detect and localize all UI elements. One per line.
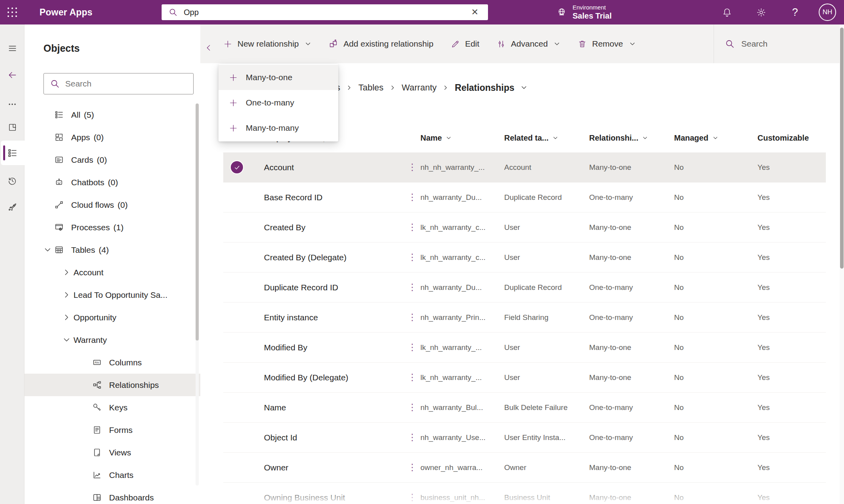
- avatar[interactable]: NH: [819, 4, 836, 21]
- check-icon: [231, 161, 243, 173]
- panel-collapse-button[interactable]: [204, 43, 213, 52]
- chevron-right-icon: [346, 85, 352, 91]
- breadcrumb-warranty[interactable]: Warranty: [402, 83, 437, 93]
- row-more-icon[interactable]: ⋮: [395, 253, 419, 262]
- clear-search-icon[interactable]: ✕: [469, 6, 481, 18]
- grid-search-box[interactable]: Search: [725, 24, 768, 63]
- chevron-down-icon[interactable]: [520, 84, 528, 91]
- table-row[interactable]: Modified By ⋮ lk_nh_warranty_... User Ma…: [223, 333, 826, 363]
- sidebar-item-opportunity[interactable]: Opportunity: [24, 306, 200, 329]
- cell-display-name: Duplicate Record ID: [253, 283, 395, 292]
- sidebar-item-tables[interactable]: Tables (4): [24, 239, 200, 261]
- sidebar-item-dashboards[interactable]: Dashboards: [24, 486, 200, 504]
- settings-button[interactable]: [750, 0, 772, 24]
- expand-chevron-icon[interactable]: [40, 246, 55, 254]
- help-button[interactable]: ?: [784, 0, 806, 24]
- table-row[interactable]: Created By ⋮ lk_nh_warranty_c... User Ma…: [223, 213, 826, 243]
- pages-rail-button[interactable]: [0, 116, 24, 138]
- back-button[interactable]: [0, 64, 24, 86]
- notifications-button[interactable]: [716, 0, 738, 24]
- table-row[interactable]: Account ⋮ nh_nh_warranty_... Account Man…: [223, 152, 826, 182]
- objects-search-box[interactable]: [43, 73, 194, 94]
- panel-scrollbar-thumb[interactable]: [196, 103, 199, 340]
- tree-item-label: Opportunity: [73, 313, 117, 322]
- page-scrollbar[interactable]: [840, 24, 844, 504]
- cell-relationship-type: Many-to-one: [588, 493, 673, 502]
- global-search-box[interactable]: ✕: [162, 4, 488, 20]
- advanced-sliders-icon: [497, 39, 506, 49]
- row-more-icon[interactable]: ⋮: [395, 433, 419, 442]
- row-more-icon[interactable]: ⋮: [395, 193, 419, 202]
- sidebar-item-apps[interactable]: Apps (0): [24, 126, 200, 149]
- sidebar-item-charts[interactable]: Charts: [24, 464, 200, 486]
- add-existing-relationship-button[interactable]: Add existing relationship: [329, 39, 433, 49]
- sidebar-item-lead-to-opportunity-sa[interactable]: Lead To Opportunity Sa...: [24, 284, 200, 306]
- sidebar-item-columns[interactable]: Abc Columns: [24, 351, 200, 374]
- expand-chevron-icon[interactable]: [59, 336, 73, 344]
- cell-customizable: Yes: [754, 373, 826, 382]
- row-more-icon[interactable]: ⋮: [395, 493, 419, 502]
- environment-picker[interactable]: Environment Sales Trial: [556, 0, 612, 24]
- table-row[interactable]: Duplicate Record ID ⋮ nh_warranty_Du... …: [223, 273, 826, 303]
- menu-item-many-to-one[interactable]: Many-to-one: [219, 65, 338, 90]
- cell-name: owner_nh_warra...: [419, 463, 503, 472]
- page-scrollbar-thumb[interactable]: [840, 28, 844, 269]
- cell-customizable: Yes: [754, 403, 826, 412]
- breadcrumb-tables[interactable]: Tables: [358, 83, 384, 93]
- objects-rail-button[interactable]: [0, 142, 24, 164]
- panel-scrollbar[interactable]: [196, 103, 199, 485]
- menu-item-one-to-many[interactable]: One-to-many: [219, 90, 338, 115]
- hamburger-menu-button[interactable]: [0, 37, 24, 59]
- table-row[interactable]: Object Id ⋮ nh_warranty_Use... User Enti…: [223, 423, 826, 453]
- sidebar-item-all[interactable]: All (5): [24, 103, 200, 126]
- column-header-related-table[interactable]: Related ta...: [503, 134, 588, 143]
- table-row[interactable]: Entity instance ⋮ nh_warranty_Prin... Fi…: [223, 303, 826, 333]
- sidebar-item-account[interactable]: Account: [24, 261, 200, 284]
- menu-item-many-to-many[interactable]: Many-to-many: [219, 115, 338, 141]
- row-checkbox[interactable]: [223, 161, 253, 173]
- table-row[interactable]: Owner ⋮ owner_nh_warra... Owner Many-to-…: [223, 453, 826, 483]
- sidebar-item-chatbots[interactable]: Chatbots (0): [24, 171, 200, 194]
- history-rail-button[interactable]: [0, 170, 24, 192]
- sidebar-item-cards[interactable]: Cards (0): [24, 149, 200, 171]
- column-header-relationship[interactable]: Relationshi...: [588, 134, 673, 143]
- waffle-menu-icon[interactable]: [0, 0, 24, 24]
- remove-button[interactable]: Remove: [578, 39, 635, 49]
- table-row[interactable]: Created By (Delegate) ⋮ lk_nh_warranty_c…: [223, 243, 826, 273]
- expand-chevron-icon[interactable]: [59, 269, 73, 276]
- breadcrumb-current[interactable]: Relationships: [455, 83, 514, 93]
- expand-chevron-icon[interactable]: [59, 314, 73, 321]
- row-more-icon[interactable]: ⋮: [395, 343, 419, 352]
- global-search-input[interactable]: [184, 8, 469, 17]
- sidebar-item-warranty[interactable]: Warranty: [24, 329, 200, 351]
- row-more-icon[interactable]: ⋮: [395, 403, 419, 412]
- column-header-name[interactable]: Name: [419, 134, 503, 143]
- expand-chevron-icon[interactable]: [59, 291, 73, 299]
- new-relationship-button[interactable]: New relationship: [223, 39, 311, 49]
- rocket-rail-button[interactable]: [0, 196, 24, 218]
- sidebar-item-forms[interactable]: Forms: [24, 419, 200, 441]
- row-more-icon[interactable]: ⋮: [395, 373, 419, 382]
- sidebar-item-views[interactable]: Views: [24, 441, 200, 464]
- table-row[interactable]: Name ⋮ nh_warranty_Bul... Bulk Delete Fa…: [223, 393, 826, 423]
- tree-item-label: Columns: [109, 358, 142, 367]
- table-row[interactable]: Modified By (Delegate) ⋮ lk_nh_warranty_…: [223, 363, 826, 393]
- row-more-icon[interactable]: ⋮: [395, 163, 419, 172]
- table-row[interactable]: Base Record ID ⋮ nh_warranty_Du... Dupli…: [223, 182, 826, 213]
- sidebar-item-processes[interactable]: Processes (1): [24, 216, 200, 239]
- apps-grid-icon: [55, 133, 71, 142]
- edit-button[interactable]: Edit: [451, 39, 479, 49]
- more-rail-button[interactable]: [0, 93, 24, 115]
- sidebar-item-keys[interactable]: Keys: [24, 396, 200, 419]
- advanced-button[interactable]: Advanced: [497, 39, 560, 49]
- row-more-icon[interactable]: ⋮: [395, 313, 419, 322]
- objects-search-input[interactable]: [65, 79, 187, 88]
- row-more-icon[interactable]: ⋮: [395, 283, 419, 292]
- column-header-managed[interactable]: Managed: [673, 134, 754, 143]
- column-header-customizable[interactable]: Customizable: [754, 134, 826, 143]
- table-row[interactable]: Owning Business Unit ⋮ business_unit_nh.…: [223, 483, 826, 504]
- row-more-icon[interactable]: ⋮: [395, 463, 419, 472]
- sidebar-item-cloud-flows[interactable]: Cloud flows (0): [24, 194, 200, 216]
- sidebar-item-relationships[interactable]: Relationships: [24, 374, 200, 396]
- row-more-icon[interactable]: ⋮: [395, 223, 419, 232]
